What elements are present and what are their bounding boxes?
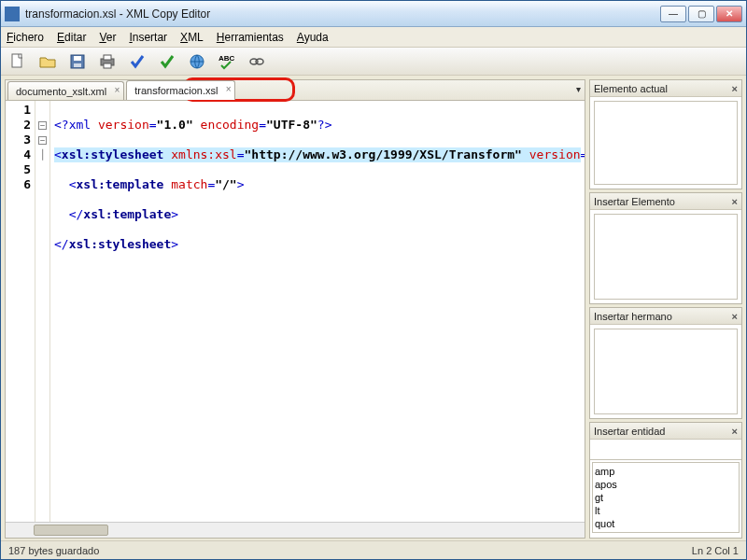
fold-gutter[interactable]: − − │ — [35, 101, 50, 522]
side-panels: Elemento actual× Insertar Elemento× Inse… — [589, 79, 742, 539]
close-icon[interactable]: × — [732, 196, 738, 207]
close-icon[interactable]: × — [114, 85, 120, 95]
entity-item[interactable]: amp — [595, 465, 737, 478]
panel-title: Insertar Elemento — [594, 196, 675, 207]
statusbar: 187 bytes guardado Ln 2 Col 1 — [1, 540, 746, 559]
print-icon[interactable] — [96, 50, 119, 73]
tab-documento-xslt[interactable]: documento_xslt.xml × — [7, 81, 124, 100]
menu-xml[interactable]: XML — [180, 31, 204, 44]
open-file-icon[interactable] — [36, 50, 59, 73]
panel-title: Elemento actual — [594, 83, 668, 94]
menu-ver[interactable]: Ver — [99, 31, 116, 44]
spellcheck-icon[interactable]: ABC — [216, 50, 238, 73]
close-icon[interactable]: × — [732, 83, 738, 94]
close-icon[interactable]: × — [226, 84, 232, 94]
panel-title: Insertar entidad — [594, 426, 665, 437]
menubar: Fichero Editar Ver Insertar XML Herramie… — [1, 27, 746, 48]
svg-point-10 — [256, 59, 263, 64]
tab-label: transformacion.xsl — [134, 85, 218, 96]
menu-fichero[interactable]: Fichero — [7, 31, 44, 44]
panel-insertar-hermano: Insertar hermano× — [589, 307, 742, 419]
svg-rect-2 — [74, 56, 81, 61]
code-editor[interactable]: 1 2 3 4 5 6 − − │ <?xml version="1.0" en… — [6, 101, 585, 522]
menu-editar[interactable]: Editar — [57, 31, 86, 44]
tab-transformacion[interactable]: transformacion.xsl × — [126, 80, 235, 100]
entity-item[interactable]: lt — [595, 504, 737, 517]
svg-rect-5 — [104, 55, 111, 60]
new-file-icon[interactable] — [7, 50, 29, 73]
panel-insertar-elemento: Insertar Elemento× — [589, 192, 742, 304]
editor-panel: documento_xslt.xml × transformacion.xsl … — [5, 79, 585, 539]
panel-insertar-entidad: Insertar entidad× amp apos gt lt quot — [589, 422, 742, 539]
document-tabs: documento_xslt.xml × transformacion.xsl … — [6, 80, 585, 101]
line-gutter: 1 2 3 4 5 6 — [6, 101, 35, 522]
menu-herramientas[interactable]: Herramientas — [217, 31, 284, 44]
entity-item[interactable]: apos — [595, 478, 737, 491]
check-blue-icon[interactable] — [126, 50, 148, 73]
panel-title: Insertar hermano — [594, 311, 672, 322]
scrollbar-thumb[interactable] — [34, 525, 108, 536]
status-cursor-position: Ln 2 Col 1 — [692, 545, 739, 556]
close-button[interactable]: ✕ — [716, 6, 742, 22]
main-body: documento_xslt.xml × transformacion.xsl … — [1, 76, 746, 540]
window-title: transformacion.xsl - XML Copy Editor — [25, 7, 660, 21]
check-green-icon[interactable] — [156, 50, 178, 73]
svg-rect-0 — [12, 54, 21, 67]
close-icon[interactable]: × — [732, 426, 738, 437]
close-icon[interactable]: × — [732, 311, 738, 322]
menu-ayuda[interactable]: Ayuda — [297, 31, 329, 44]
tab-label: documento_xslt.xml — [16, 86, 106, 97]
svg-rect-3 — [74, 63, 81, 67]
tab-overflow-icon[interactable]: ▾ — [576, 84, 581, 94]
window-buttons: — ▢ ✕ — [660, 6, 742, 22]
status-left: 187 bytes guardado — [8, 545, 99, 556]
toolbar: ABC — [1, 48, 746, 76]
code-area[interactable]: <?xml version="1.0" encoding="UTF-8"?> <… — [50, 101, 585, 522]
svg-text:ABC: ABC — [218, 54, 235, 63]
titlebar[interactable]: transformacion.xsl - XML Copy Editor — ▢… — [1, 1, 746, 27]
maximize-button[interactable]: ▢ — [688, 6, 714, 22]
minimize-button[interactable]: — — [660, 6, 686, 22]
link-icon[interactable] — [246, 50, 268, 73]
panel-elemento-actual: Elemento actual× — [589, 79, 742, 189]
entity-item[interactable]: gt — [595, 491, 737, 504]
app-window: transformacion.xsl - XML Copy Editor — ▢… — [0, 0, 747, 560]
entity-item[interactable]: quot — [595, 517, 737, 530]
globe-icon[interactable] — [186, 50, 208, 73]
svg-rect-6 — [104, 63, 111, 68]
horizontal-scrollbar[interactable] — [6, 522, 585, 538]
menu-insertar[interactable]: Insertar — [129, 31, 167, 44]
save-icon[interactable] — [66, 50, 89, 73]
app-icon — [5, 7, 20, 21]
